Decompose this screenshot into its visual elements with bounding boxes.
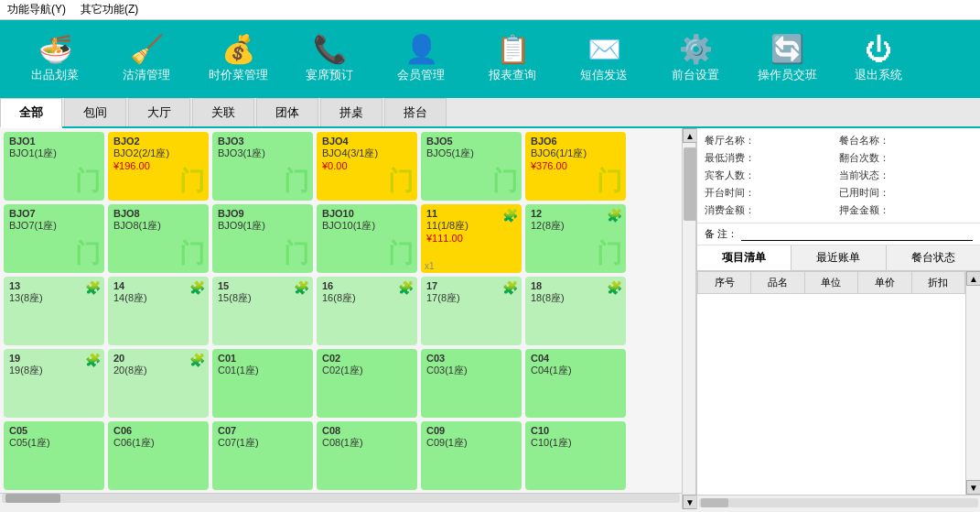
menu-bar: 功能导航(Y) 其它功能(Z): [0, 0, 980, 20]
right-tab-recent[interactable]: 最近账单: [792, 245, 886, 270]
puzzle-icon-20: 🧩: [189, 353, 205, 367]
puzzle-icon-18: 🧩: [607, 280, 622, 295]
right-tab-status[interactable]: 餐台状态: [887, 245, 980, 270]
toolbar-item-exit[interactable]: ⏻ 退出系统: [833, 36, 924, 83]
dish-icon: 🍜: [38, 36, 72, 63]
info-min-consumption: 最低消费：: [705, 151, 839, 165]
info-consumption-amount: 消费金额：: [705, 203, 839, 217]
right-vscroll-up[interactable]: ▲: [966, 271, 980, 286]
table-c06[interactable]: C06 C06(1座): [108, 421, 209, 490]
info-current-status: 当前状态：: [839, 169, 974, 182]
toolbar-label-settings: 前台设置: [672, 67, 719, 83]
tab-shared[interactable]: 拼桌: [320, 98, 382, 126]
table-bjo7[interactable]: BJO7 BJO7(1座) 门: [4, 204, 104, 273]
right-panel-vscroll[interactable]: ▲ ▼: [965, 271, 980, 495]
hscroll-track[interactable]: [2, 494, 680, 503]
table-18[interactable]: 🧩 18 18(8座): [525, 277, 626, 345]
toolbar-item-report[interactable]: 📋 报表查询: [467, 36, 558, 83]
toolbar-label-clean: 沽清管理: [123, 67, 170, 83]
toolbar-item-settings[interactable]: ⚙️ 前台设置: [650, 36, 741, 83]
vscroll-thumb: [684, 147, 696, 221]
table-c08[interactable]: C08 C08(1座): [317, 421, 417, 490]
table-c09[interactable]: C09 C09(1座): [421, 421, 522, 490]
toolbar-item-dish[interactable]: 🍜 出品划菜: [9, 36, 101, 83]
horizontal-scrollbar[interactable]: [0, 493, 682, 509]
table-grid: BJO1 BJO1(1座) 门 BJO2 BJO2(2/1座) ¥196.00 …: [0, 128, 682, 493]
right-tabs: 项目清单 最近账单 餐台状态: [697, 245, 980, 271]
tab-all[interactable]: 全部: [0, 98, 62, 128]
tab-related[interactable]: 关联: [192, 98, 254, 126]
table-row-3: 🧩 13 13(8座) 🧩 14 14(8座) 🧩 15 15(8座) 🧩 16: [4, 277, 678, 345]
toolbar-item-sms[interactable]: ✉️ 短信发送: [558, 36, 650, 83]
vertical-scrollbar[interactable]: ▲ ▼: [682, 128, 696, 509]
table-bjo1[interactable]: BJO1 BJO1(1座) 门: [4, 132, 104, 201]
remarks-value: [741, 227, 973, 241]
right-panel-hscroll[interactable]: [697, 495, 980, 509]
table-bjo3[interactable]: BJO3 BJO3(1座) 门: [212, 132, 313, 201]
info-guest-count: 宾客人数：: [705, 169, 839, 182]
table-bjo5[interactable]: BJO5 BJO5(1座) 门: [421, 132, 522, 201]
table-14[interactable]: 🧩 14 14(8座): [108, 277, 209, 345]
menu-navigation[interactable]: 功能导航(Y): [7, 2, 66, 17]
right-hscroll-track: [699, 498, 978, 507]
table-bjo2[interactable]: BJO2 BJO2(2/1座) ¥196.00 门: [108, 132, 209, 201]
table-13[interactable]: 🧩 13 13(8座): [4, 277, 104, 345]
puzzle-icon-12: 🧩: [607, 208, 622, 223]
toolbar-item-clean[interactable]: 🧹 沽清管理: [101, 36, 192, 83]
table-bjo8[interactable]: BJO8 BJO8(1座) 门: [108, 204, 209, 273]
col-name: 品名: [751, 272, 804, 294]
puzzle-icon-19: 🧩: [85, 353, 101, 367]
exit-icon: ⏻: [865, 36, 892, 63]
table-11[interactable]: 🧩 11 11(1/8座) ¥111.00 x1: [421, 204, 522, 273]
menu-other[interactable]: 其它功能(Z): [81, 2, 138, 17]
col-seq: 序号: [698, 272, 751, 294]
table-19[interactable]: 🧩 19 19(8座): [4, 349, 104, 418]
toolbar-item-banquet[interactable]: 📞 宴席预订: [284, 36, 375, 83]
price-icon: 💰: [221, 36, 255, 63]
toolbar-label-dish: 出品划菜: [31, 67, 79, 83]
table-16[interactable]: 🧩 16 16(8座): [317, 277, 417, 345]
info-turnover: 翻台次数：: [839, 151, 974, 165]
table-c05[interactable]: C05 C05(1座): [4, 421, 104, 490]
tab-extra[interactable]: 搭台: [384, 98, 447, 126]
right-tab-items[interactable]: 项目清单: [697, 245, 792, 270]
toolbar-item-shift[interactable]: 🔄 操作员交班: [741, 36, 833, 83]
table-c10[interactable]: C10 C10(1座): [525, 421, 626, 490]
tab-bar: 全部 包间 大厅 关联 团体 拼桌 搭台: [0, 98, 980, 128]
table-row-2: BJO7 BJO7(1座) 门 BJO8 BJO8(1座) 门 BJO9 BJO…: [4, 204, 678, 273]
right-vscroll-down[interactable]: ▼: [966, 480, 980, 495]
vscroll-track: [683, 143, 695, 495]
toolbar-label-price: 时价菜管理: [209, 67, 268, 83]
table-c03[interactable]: C03 C03(1座): [421, 349, 522, 418]
info-open-time: 开台时间：: [705, 186, 839, 200]
table-c01[interactable]: C01 C01(1座): [212, 349, 313, 418]
hscroll-thumb[interactable]: [5, 494, 60, 503]
data-table-container: 序号 品名 单位 单价 折扣 ▲ ▼: [697, 271, 980, 495]
member-icon: 👤: [404, 36, 438, 63]
tab-private[interactable]: 包间: [64, 98, 126, 126]
vscroll-down-btn[interactable]: ▼: [683, 495, 697, 509]
table-15[interactable]: 🧩 15 15(8座): [212, 277, 313, 345]
banquet-icon: 📞: [313, 36, 347, 63]
table-bjo10[interactable]: BJO10 BJO10(1座) 门: [317, 204, 417, 273]
info-table-name: 餐台名称：: [839, 134, 974, 147]
table-12[interactable]: 🧩 12 12(8座) 门: [525, 204, 626, 273]
table-bjo6[interactable]: BJO6 BJO6(1/1座) ¥376.00 门: [525, 132, 626, 201]
tab-hall[interactable]: 大厅: [128, 98, 190, 126]
table-c02[interactable]: C02 C02(1座): [317, 349, 417, 418]
data-table-scroll[interactable]: 序号 品名 单位 单价 折扣: [697, 271, 965, 495]
toolbar-item-price[interactable]: 💰 时价菜管理: [192, 36, 284, 83]
toolbar-item-member[interactable]: 👤 会员管理: [375, 36, 467, 83]
vscroll-up-btn[interactable]: ▲: [683, 128, 697, 143]
puzzle-icon-13: 🧩: [85, 280, 101, 295]
tab-group[interactable]: 团体: [256, 98, 318, 126]
table-bjo4[interactable]: BJO4 BJO4(3/1座) ¥0.00 门: [317, 132, 417, 201]
table-17[interactable]: 🧩 17 17(8座): [421, 277, 522, 345]
table-c07[interactable]: C07 C07(1座): [212, 421, 313, 490]
table-c04[interactable]: C04 C04(1座): [525, 349, 626, 418]
info-grid: 餐厅名称： 餐台名称： 最低消费： 翻台次数： 宾客人数： 当前状态：: [697, 128, 980, 223]
table-20[interactable]: 🧩 20 20(8座): [108, 349, 209, 418]
table-bjo9[interactable]: BJO9 BJO9(1座) 门: [212, 204, 313, 273]
items-table: 序号 品名 单位 单价 折扣: [697, 271, 965, 294]
info-deposit: 押金金额：: [839, 203, 974, 217]
